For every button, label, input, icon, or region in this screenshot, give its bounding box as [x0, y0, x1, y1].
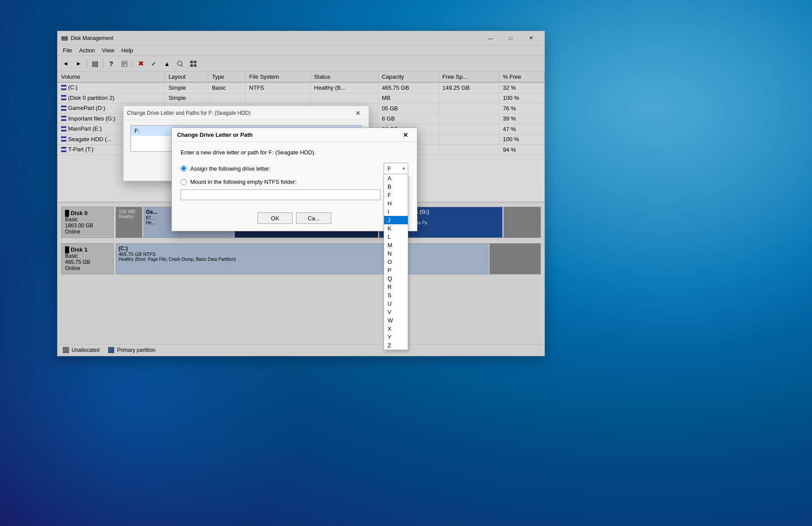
mount-folder-row: Mount in the following empty NTFS folder…: [181, 179, 408, 185]
dialog-change-drive-letter-path: Change Drive Letter or Path ✕ Enter a ne…: [171, 128, 417, 231]
mount-folder-radio[interactable]: [181, 179, 187, 185]
letter-F[interactable]: F: [384, 191, 408, 199]
letter-M[interactable]: M: [384, 241, 408, 249]
letter-Q[interactable]: Q: [384, 274, 408, 283]
letter-X[interactable]: X: [384, 325, 408, 333]
dialog-inner-title-bar: Change Drive Letter or Path ✕: [172, 128, 417, 142]
letter-W[interactable]: W: [384, 316, 408, 325]
letter-U[interactable]: U: [384, 300, 408, 308]
dialog-inner-close-button[interactable]: ✕: [399, 129, 412, 141]
letter-I[interactable]: I: [384, 208, 408, 216]
letter-J[interactable]: J: [384, 216, 408, 224]
letter-N[interactable]: N: [384, 249, 408, 258]
folder-path-input[interactable]: [181, 190, 381, 200]
dialog-description: Enter a new drive letter or path for F: …: [181, 149, 408, 156]
dialog-outer-close-button[interactable]: ✕: [351, 107, 365, 119]
letter-K[interactable]: K: [384, 224, 408, 233]
dialog-inner-cancel-button[interactable]: Ca...: [296, 212, 331, 224]
letter-Y[interactable]: Y: [384, 333, 408, 341]
dialog-inner-title-text: Change Drive Letter or Path: [177, 132, 253, 138]
letter-B[interactable]: B: [384, 183, 408, 191]
assign-letter-radio[interactable]: [181, 165, 187, 172]
folder-row: Bro...: [181, 190, 408, 200]
letter-S[interactable]: S: [384, 291, 408, 300]
assign-letter-row: Assign the following drive letter: F ▼ A…: [181, 163, 408, 174]
assign-letter-label: Assign the following drive letter:: [190, 165, 271, 172]
mount-folder-label: Mount in the following empty NTFS folder…: [190, 179, 297, 185]
dialog-outer-title: Change Drive Letter and Paths for F: (Se…: [127, 110, 351, 116]
dialog-inner-footer: OK Ca...: [172, 209, 417, 231]
drive-letter-select-wrap: F ▼ A B F H I J K L M N O P Q: [384, 163, 408, 174]
dialog-inner-body: Enter a new drive letter or path for F: …: [172, 142, 417, 209]
letter-H[interactable]: H: [384, 199, 408, 208]
letter-L[interactable]: L: [384, 233, 408, 241]
letter-V[interactable]: V: [384, 308, 408, 316]
drive-letter-select[interactable]: F ▼: [384, 163, 408, 174]
letter-O[interactable]: O: [384, 258, 408, 266]
dialog-inner-ok-button[interactable]: OK: [257, 212, 293, 224]
dialog-outer-title-bar: Change Drive Letter and Paths for F: (Se…: [123, 106, 369, 120]
drive-letter-dropdown[interactable]: A B F H I J K L M N O P Q R S U V: [384, 174, 408, 350]
letter-R[interactable]: R: [384, 283, 408, 291]
letter-A[interactable]: A: [384, 174, 408, 183]
chevron-down-icon: ▼: [402, 166, 406, 171]
selected-letter: F: [388, 165, 391, 172]
letter-Z[interactable]: Z: [384, 341, 408, 350]
letter-P[interactable]: P: [384, 266, 408, 274]
